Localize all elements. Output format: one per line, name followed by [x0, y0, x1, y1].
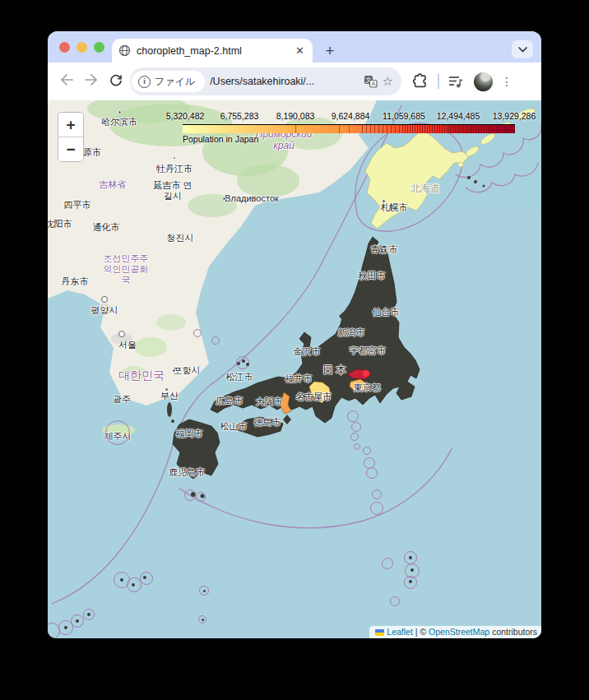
toolbar-divider [438, 74, 439, 89]
hokkaido-prefecture[interactable] [365, 132, 469, 229]
browser-window: choropleth_map-2.html ✕ + i ファイル /Users/… [48, 31, 541, 638]
map-attribution: Leaflet | © OpenStreetMap contributors [369, 626, 541, 638]
kyushu-prefectures[interactable] [173, 420, 220, 479]
zoom-in-button[interactable]: + [58, 113, 83, 137]
page-favicon-globe-icon [118, 44, 131, 57]
leaflet-link[interactable]: Leaflet [387, 627, 413, 637]
reload-button[interactable] [105, 73, 127, 90]
close-window-button[interactable] [59, 42, 70, 53]
tab-strip: choropleth_map-2.html ✕ + [48, 31, 541, 63]
tab-search-chevron-button[interactable] [512, 40, 533, 58]
zoom-out-button[interactable]: − [58, 137, 83, 161]
leaflet-map[interactable]: 哈尔滨市原市牡丹江市延吉市 연 길시四平市吉林省沈阳市通化市청진시Владиво… [48, 100, 541, 638]
address-bar[interactable]: i ファイル /Users/satakehiroaki/... 文 A ☆ [130, 67, 401, 95]
browser-menu-button[interactable]: ⋮ [496, 75, 517, 88]
minimize-window-button[interactable] [77, 42, 87, 53]
fullscreen-window-button[interactable] [94, 42, 104, 53]
shikoku-prefectures[interactable] [235, 417, 283, 437]
map-zoom-control: + − [58, 112, 84, 162]
media-controls-icon[interactable] [448, 74, 464, 89]
back-button[interactable] [56, 73, 77, 90]
forward-button[interactable] [81, 73, 102, 90]
tab-title: choropleth_map-2.html [137, 45, 288, 57]
page-info-icon[interactable]: i [138, 76, 151, 88]
browser-toolbar: i ファイル /Users/satakehiroaki/... 文 A ☆ [48, 63, 541, 100]
svg-text:A: A [371, 81, 375, 86]
map-canvas [48, 100, 541, 638]
forward-arrow-icon [85, 74, 98, 86]
attribution-contributors: contributors [489, 627, 537, 637]
tab-close-icon[interactable]: ✕ [294, 44, 306, 58]
bookmark-star-icon[interactable]: ☆ [383, 74, 393, 89]
openstreetmap-link[interactable]: OpenStreetMap [429, 627, 489, 637]
attribution-divider: | © [413, 627, 429, 637]
window-controls [59, 42, 104, 53]
tokyo-city-marker[interactable] [363, 370, 369, 377]
browser-tab[interactable]: choropleth_map-2.html ✕ [112, 39, 313, 63]
extensions-icon[interactable] [411, 72, 429, 90]
url-text[interactable]: /Users/satakehiroaki/... [210, 76, 358, 87]
file-scheme-label: ファイル [155, 75, 195, 89]
new-tab-button[interactable]: + [321, 43, 339, 58]
profile-avatar[interactable] [474, 72, 493, 91]
file-scheme-chip[interactable]: i ファイル [132, 71, 205, 92]
translate-icon[interactable]: 文 A [364, 75, 378, 88]
kuril-islands [458, 106, 536, 167]
ukraine-flag-icon [375, 629, 384, 636]
chevron-down-icon [518, 47, 527, 53]
reload-icon [109, 73, 123, 86]
back-arrow-icon [60, 74, 73, 86]
